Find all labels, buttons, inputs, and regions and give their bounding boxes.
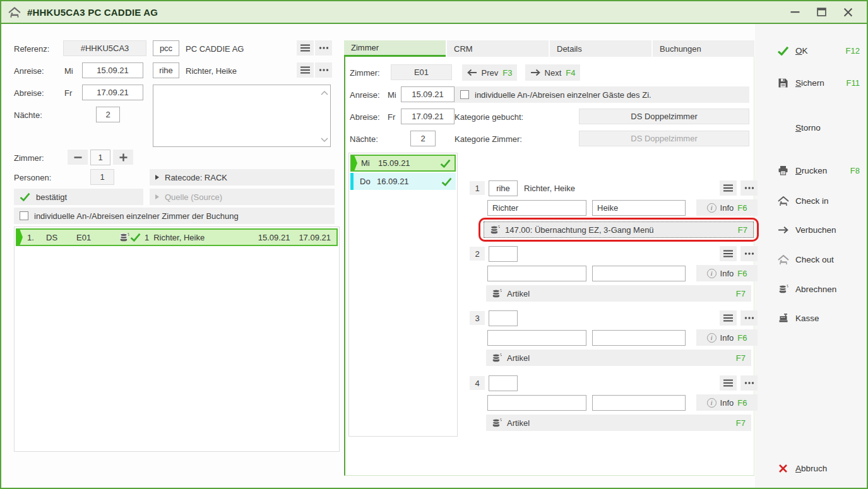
- booking-room-row[interactable]: 1. DS E01 1 Richter, Heike 15.09.21 17.0…: [16, 228, 338, 246]
- more-icon[interactable]: [740, 180, 758, 196]
- info-button[interactable]: i Info F6: [696, 265, 758, 281]
- cash-register-icon: [776, 313, 790, 323]
- menu-icon[interactable]: [720, 246, 737, 261]
- guest-lastname-input[interactable]: [487, 266, 586, 281]
- info-icon: i: [707, 203, 716, 213]
- room-abreise-label: Abreise:: [350, 109, 380, 125]
- room-abreise-date-input[interactable]: [401, 109, 455, 124]
- menu-icon[interactable]: [720, 375, 737, 391]
- print-icon: [776, 165, 790, 175]
- room-number-field[interactable]: E01: [391, 64, 452, 80]
- article-button[interactable]: 147.00: Übernachtung EZ, 3-Gang Menü F7: [484, 221, 754, 238]
- anreise-day: Mi: [64, 62, 73, 79]
- guest-display-name: Richter, Heike: [524, 184, 575, 193]
- tab-zimmer[interactable]: Zimmer: [344, 40, 446, 57]
- print-button[interactable]: Drucken F8: [776, 163, 860, 178]
- kategorie-zimmer-label: Kategorie Zimmer:: [455, 131, 522, 147]
- storno-button[interactable]: Storno: [776, 120, 860, 135]
- coins-icon: [776, 285, 790, 293]
- guest-firstname-input[interactable]: [592, 330, 686, 346]
- guest-lastname-input[interactable]: [487, 200, 586, 216]
- menu-icon[interactable]: [720, 180, 737, 196]
- kategorie-zimmer-field[interactable]: DS Doppelzimmer: [579, 131, 749, 146]
- referenz-code-input[interactable]: [153, 40, 179, 56]
- info-button[interactable]: i Info F6: [696, 199, 758, 216]
- guest-lastname-input[interactable]: [487, 395, 586, 411]
- abrechnen-button[interactable]: Abrechnen: [776, 281, 860, 297]
- nights-list[interactable]: Mi 15.09.21 Do 16.09.21: [348, 153, 458, 437]
- menu-icon[interactable]: [297, 62, 314, 78]
- booking-rooms-list[interactable]: 1. DS E01 1 Richter, Heike 15.09.21 17.0…: [14, 227, 340, 452]
- info-button[interactable]: i Info F6: [696, 329, 758, 346]
- guest-number-label: 4: [470, 376, 485, 390]
- bestaetigt-button[interactable]: bestätigt: [14, 189, 143, 205]
- close-button[interactable]: [838, 4, 858, 20]
- plus-icon[interactable]: [113, 150, 133, 165]
- guest-code-input[interactable]: [489, 310, 518, 326]
- more-icon[interactable]: [740, 310, 758, 326]
- night-row[interactable]: Mi 15.09.21: [350, 155, 456, 172]
- guest-firstname-input[interactable]: [592, 395, 686, 411]
- prev-room-button[interactable]: Prev F3: [462, 64, 517, 81]
- chevron-down-icon[interactable]: [321, 134, 328, 144]
- chevron-up-icon[interactable]: [321, 88, 328, 97]
- article-button[interactable]: Artikel F7: [486, 285, 751, 302]
- verbuchen-button[interactable]: Verbuchen: [776, 222, 860, 237]
- indiv-gaeste-checkbox-row[interactable]: individuelle An-/Abreisen einzelner Gäst…: [455, 86, 749, 103]
- check-icon: [130, 233, 141, 242]
- guest-firstname-input[interactable]: [592, 266, 686, 281]
- article-button[interactable]: Artikel F7: [486, 415, 751, 431]
- personen-field[interactable]: 1: [90, 169, 114, 185]
- next-room-button[interactable]: Next F4: [525, 64, 580, 81]
- checkbox-icon[interactable]: [20, 211, 28, 220]
- menu-icon[interactable]: [297, 40, 314, 56]
- referenz-name: PC CADDIE AG: [186, 40, 244, 57]
- room-anreise-date-input[interactable]: [401, 86, 455, 102]
- guest-code-input[interactable]: [489, 375, 518, 391]
- title-bar: #HHKU5CA3 PC CADDIE AG: [1, 1, 867, 24]
- zimmer-count-field[interactable]: 1: [90, 150, 110, 165]
- menu-icon[interactable]: [720, 310, 737, 326]
- guest-lastname-input[interactable]: [487, 330, 586, 346]
- coins-icon: [492, 353, 502, 362]
- guest-code-input[interactable]: [489, 246, 518, 262]
- more-icon[interactable]: [315, 62, 332, 78]
- checkin-button[interactable]: Check in: [776, 193, 860, 208]
- guest-number-label: 3: [470, 311, 485, 325]
- more-icon[interactable]: [740, 246, 758, 261]
- more-icon[interactable]: [740, 375, 758, 391]
- minimize-button[interactable]: [785, 4, 805, 20]
- tab-crm[interactable]: CRM: [447, 40, 549, 57]
- guest-code-input[interactable]: [153, 62, 179, 78]
- checkout-button[interactable]: Check out: [776, 252, 860, 267]
- save-button[interactable]: Sichern F11: [776, 75, 860, 90]
- article-button[interactable]: Artikel F7: [486, 350, 751, 366]
- ratecode-button[interactable]: Ratecode: RACK: [150, 169, 335, 186]
- night-row[interactable]: Do 16.09.21: [350, 173, 456, 190]
- coins-icon: [492, 418, 502, 427]
- coins-icon: [490, 225, 500, 234]
- info-button[interactable]: i Info F6: [696, 394, 758, 411]
- kasse-button[interactable]: Kasse: [776, 310, 860, 326]
- tab-details[interactable]: Details: [550, 40, 651, 57]
- quelle-button[interactable]: Quelle (Source): [150, 189, 335, 205]
- guest-block-2: 2 i Info F6 Artikel F7: [470, 245, 758, 302]
- ok-button[interactable]: OK F12: [776, 43, 860, 58]
- anreise-date-input[interactable]: [82, 62, 143, 78]
- booking-notes-textarea[interactable]: [153, 85, 331, 147]
- more-icon[interactable]: [315, 40, 332, 56]
- room-naechte-input[interactable]: [410, 131, 436, 146]
- guest-code-input[interactable]: [489, 180, 518, 196]
- minus-icon[interactable]: [68, 150, 88, 165]
- indiv-zimmer-checkbox-row[interactable]: individuelle An-/Abreisen einzelner Zimm…: [14, 208, 335, 224]
- checkbox-icon[interactable]: [460, 90, 469, 99]
- abreise-date-input[interactable]: [82, 85, 143, 100]
- maximize-button[interactable]: [811, 4, 831, 20]
- house-bed-icon: [776, 254, 790, 265]
- referenz-field[interactable]: #HHKU5CA3: [63, 40, 146, 56]
- abort-button[interactable]: Abbruch: [776, 461, 860, 476]
- guest-firstname-input[interactable]: [592, 200, 686, 216]
- kategorie-gebucht-field[interactable]: DS Doppelzimmer: [579, 109, 749, 124]
- naechte-input[interactable]: [96, 107, 120, 122]
- tab-buchungen[interactable]: Buchungen: [653, 40, 754, 57]
